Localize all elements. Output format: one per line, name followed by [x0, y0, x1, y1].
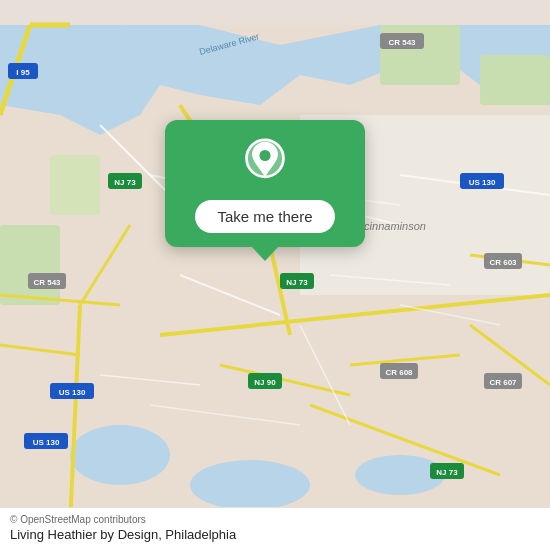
- popup-card: Take me there: [165, 120, 365, 247]
- location-pin-icon: [241, 138, 289, 186]
- svg-point-6: [190, 460, 310, 510]
- location-title: Living Heathier by Design, Philadelphia: [10, 527, 236, 542]
- bottom-bar: © OpenStreetMap contributors Living Heat…: [0, 507, 550, 550]
- svg-text:CR 603: CR 603: [489, 258, 517, 267]
- attribution-text: © OpenStreetMap contributors: [10, 514, 540, 525]
- svg-text:US 130: US 130: [59, 388, 86, 397]
- svg-text:NJ 73: NJ 73: [436, 468, 458, 477]
- map-container: I 95 NJ 73 US 130 CR 543 CR 543 cinnamin…: [0, 0, 550, 550]
- svg-text:I 95: I 95: [16, 68, 30, 77]
- svg-point-66: [259, 150, 270, 161]
- svg-rect-3: [0, 225, 60, 305]
- svg-rect-2: [480, 55, 550, 105]
- svg-text:US 130: US 130: [469, 178, 496, 187]
- svg-point-5: [70, 425, 170, 485]
- svg-text:NJ 73: NJ 73: [114, 178, 136, 187]
- svg-text:US 130: US 130: [33, 438, 60, 447]
- svg-text:NJ 73: NJ 73: [286, 278, 308, 287]
- take-me-there-button[interactable]: Take me there: [195, 200, 334, 233]
- svg-text:NJ 90: NJ 90: [254, 378, 276, 387]
- svg-text:CR 608: CR 608: [385, 368, 413, 377]
- svg-text:cinnaminson: cinnaminson: [364, 220, 426, 232]
- svg-text:CR 607: CR 607: [489, 378, 517, 387]
- svg-text:CR 543: CR 543: [33, 278, 61, 287]
- map-background: I 95 NJ 73 US 130 CR 543 CR 543 cinnamin…: [0, 0, 550, 550]
- bottom-info: Living Heathier by Design, Philadelphia: [10, 527, 540, 542]
- svg-text:CR 543: CR 543: [388, 38, 416, 47]
- svg-rect-4: [50, 155, 100, 215]
